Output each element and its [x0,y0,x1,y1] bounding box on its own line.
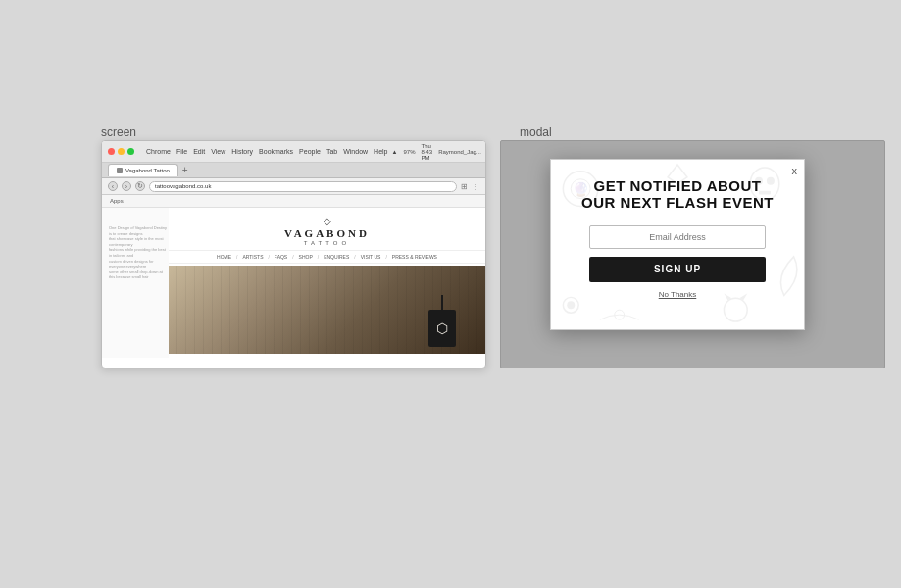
bookmark-apps[interactable]: Apps [110,198,124,204]
wifi-icon: ▲ [392,149,398,155]
nav-sep-1: / [236,254,237,260]
modal-box: 🔮 x [550,159,805,330]
signup-button[interactable]: SIGN UP [589,257,766,282]
close-button[interactable] [108,148,115,155]
no-thanks-link[interactable]: No Thanks [659,290,697,299]
sign-diamond-icon: ⬡ [436,320,448,336]
chrome-menu-history[interactable]: History [231,148,253,155]
side-text-line4: custom driven designs for everyone every… [109,259,154,270]
browser-menu-icon[interactable]: ⋮ [472,182,479,191]
nav-shop[interactable]: SHOP [299,254,313,260]
vagabond-logo-icon: ◇ [169,216,485,226]
vagabond-title: VAGABOND [169,227,485,239]
modal-overlay: 🔮 x [500,140,885,368]
screen-label: screen [101,125,136,139]
vagabond-hero-photo: ⬡ [169,266,485,354]
address-input[interactable]: tattoovagabond.co.uk [149,181,457,192]
chrome-menu-chrome[interactable]: Chrome [146,148,171,155]
chrome-menu-help[interactable]: Help [374,148,387,155]
nav-sep-3: / [292,254,293,260]
chrome-menu-bookmarks[interactable]: Bookmarks [259,148,293,155]
modal-headline: GET NOTIFIED ABOUT OUR NEXT FLASH EVENT [581,177,774,212]
address-text: tattoovagabond.co.uk [155,183,211,189]
nav-sep-2: / [268,254,269,260]
chrome-toolbar: Chrome File Edit View History Bookmarks … [102,141,485,163]
tab-favicon [117,168,123,173]
sign-pole [441,295,443,310]
back-button[interactable]: ‹ [108,181,118,191]
tab-bar: Vagabond Tattoo + [102,163,485,178]
vagabond-sign: ⬡ [428,295,456,349]
nav-visit-us[interactable]: VISIT US [361,254,381,260]
side-text-line2: that showcase style in the most contempo… [109,236,164,247]
chrome-menu-file[interactable]: File [176,148,187,155]
maximize-button[interactable] [127,148,134,155]
reload-button[interactable]: ↻ [135,181,145,191]
browser-window: Chrome File Edit View History Bookmarks … [101,140,486,368]
bookmarks-bar: Apps [102,195,485,208]
tab-title: Vagabond Tattoo [125,168,170,173]
nav-faqs[interactable]: FAQS [275,254,287,260]
nav-artists[interactable]: ARTISTS [242,254,263,260]
chrome-menu-tab[interactable]: Tab [326,148,337,155]
modal-close-button[interactable]: x [792,165,798,176]
nav-home[interactable]: HOME [217,254,231,260]
forward-button[interactable]: › [122,181,131,191]
email-input[interactable] [589,225,766,249]
new-tab-button[interactable]: + [182,165,188,175]
side-description: One Design of Vagabond Destiny is to cre… [109,225,170,280]
vagabond-nav: HOME / ARTISTS / FAQS / SHOP / ENQUIRES … [169,250,485,264]
chrome-menu-edit[interactable]: Edit [193,148,205,155]
user-info: Raymond_Jag... [438,149,481,155]
chrome-menu-people[interactable]: People [299,148,321,155]
modal-headline-line2: OUR NEXT FLASH EVENT [581,194,774,211]
nav-sep-5: / [354,254,355,260]
traffic-lights [108,148,134,155]
modal-headline-line1: GET NOTIFIED ABOUT [594,177,762,194]
address-bar-row: ‹ › ↻ tattoovagabond.co.uk ⊞ ⋮ [102,178,485,195]
nav-sep-4: / [318,254,319,260]
battery-icon: 97% [403,149,415,155]
vagabond-header: ◇ VAGABOND TATTOO [169,208,485,250]
extensions-icon[interactable]: ⊞ [461,182,468,191]
chrome-menu: Chrome File Edit View History Bookmarks … [146,148,388,155]
side-text-line5: some other small drop-down at this becau… [109,270,163,280]
active-tab[interactable]: Vagabond Tattoo [108,164,178,176]
side-text-line3: fashions while providing the best in tai… [109,247,166,258]
minimize-button[interactable] [118,148,125,155]
modal-content: GET NOTIFIED ABOUT OUR NEXT FLASH EVENT … [551,160,804,329]
vagabond-subtitle: TATTOO [169,240,485,246]
vagabond-website: ◇ VAGABOND TATTOO HOME / ARTISTS / FAQS … [169,208,485,358]
side-text-line1: One Design of Vagabond Destiny is to cre… [109,225,167,236]
clock: Thu 8:43 PM [421,143,432,161]
nav-press[interactable]: PRESS & REVIEWS [392,254,437,260]
chrome-menu-view[interactable]: View [211,148,225,155]
nav-sep-6: / [385,254,386,260]
modal-label: modal [520,125,552,139]
site-content: One Design of Vagabond Destiny is to cre… [102,208,485,358]
nav-enquires[interactable]: ENQUIRES [324,254,349,260]
sign-board: ⬡ [428,310,456,347]
chrome-menu-window[interactable]: Window [343,148,368,155]
